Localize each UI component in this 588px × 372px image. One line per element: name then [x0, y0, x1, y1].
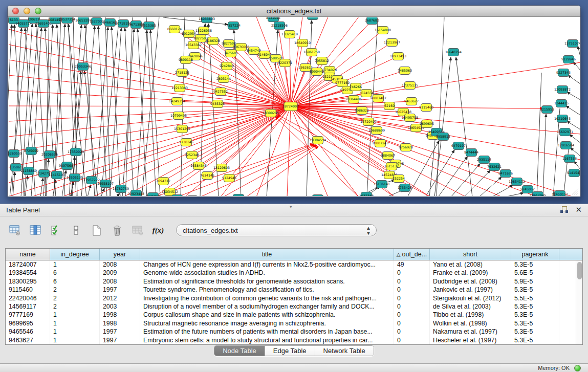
graph-node[interactable]: 10807487 [370, 95, 386, 102]
graph-node[interactable]: 9115460 [419, 104, 433, 112]
table-row[interactable]: 1938455462009Genome-wide association stu… [6, 269, 576, 277]
table-cell[interactable]: 1998 [100, 319, 140, 327]
table-cell[interactable]: 9115460 [6, 286, 50, 294]
graph-node[interactable]: 9699695 [420, 120, 434, 128]
table-cell[interactable]: Jankovic et al. (1997) [430, 286, 511, 294]
table-cell[interactable]: Embryonic stem cells: a model to study s… [140, 336, 394, 344]
table-row[interactable]: 977716911998Corpus callosum shape and si… [6, 311, 576, 319]
table-cell[interactable]: 5.3E-5 [511, 286, 559, 294]
citation-graph[interactable]: 1830029519384554866012489129541322605898… [8, 17, 580, 196]
table-cell[interactable]: 1 [50, 319, 100, 327]
scrollbar-thumb[interactable] [577, 262, 582, 279]
table-cell[interactable]: Changes of HCN gene expression and I(f) … [140, 260, 394, 269]
tab-network-table[interactable]: Network Table [315, 346, 374, 356]
table-cell[interactable]: 5.6E-5 [511, 269, 559, 277]
table-cell[interactable]: 5.3E-5 [511, 336, 559, 344]
graph-node[interactable]: 9141543 [567, 169, 580, 177]
table-cell[interactable]: 5.9E-5 [511, 277, 559, 286]
graph-node[interactable]: 12213383 [171, 84, 188, 92]
network-canvas[interactable]: 1830029519384554866012489129541322605898… [8, 17, 580, 196]
table-cell[interactable]: 5.3E-5 [511, 319, 559, 327]
graph-node[interactable]: 9671385 [129, 21, 143, 29]
graph-node[interactable]: 8990448 [310, 68, 324, 76]
column-header-out_de[interactable]: △out_de... [394, 249, 430, 260]
graph-node[interactable]: 3220371 [278, 59, 292, 67]
table-cell[interactable]: Genome-wide association studies in ADHD. [140, 269, 394, 277]
graph-node[interactable]: 11323408 [310, 195, 326, 196]
graph-node[interactable]: 9738345 [179, 139, 193, 146]
table-cell[interactable]: Dudbridge et al. (2008) [430, 277, 511, 286]
table-cell[interactable]: 6 [50, 269, 100, 277]
graph-node[interactable]: 12093872 [554, 86, 571, 94]
column-header-name[interactable]: name [6, 249, 50, 260]
graph-node[interactable]: 7634145 [200, 172, 214, 180]
graph-node[interactable]: 6479197 [451, 142, 466, 150]
graph-node[interactable]: 25218506 [271, 22, 288, 30]
table-cell[interactable]: 2008 [100, 277, 140, 286]
table-row[interactable]: 946554611997Estimation of the future num… [6, 327, 576, 336]
graph-node[interactable]: 8131054 [266, 17, 280, 22]
table-cell[interactable]: 0 [394, 311, 430, 319]
graph-node[interactable]: 9777169 [335, 79, 350, 87]
graph-node[interactable]: 62160 [384, 102, 395, 110]
graph-node[interactable]: 8725059 [24, 147, 38, 155]
table-cell[interactable]: 0 [394, 269, 430, 277]
graph-node[interactable]: 7485063 [398, 67, 412, 75]
table-cell[interactable]: Hescheler et al. (1997) [430, 336, 511, 344]
table-cell[interactable]: 2 [50, 286, 100, 294]
graph-node[interactable]: 18313404 [304, 17, 321, 20]
table-cell[interactable]: Franke et al. (2009) [430, 269, 511, 277]
table-cell[interactable]: Stergiakouli et al. (2012) [430, 294, 511, 302]
table-cell[interactable]: 2003 [100, 302, 140, 311]
table-cell[interactable]: Yano et al. (2008) [430, 260, 511, 269]
table-source-select[interactable]: citations_edges.txt ▲▼ [176, 224, 377, 236]
table-cell[interactable]: 1 [50, 327, 100, 336]
table-cell[interactable]: Tourette syndrome. Phenomenology and cla… [140, 286, 394, 294]
table-cell[interactable]: 2008 [100, 260, 140, 269]
graph-node[interactable]: 16210643 [554, 115, 571, 123]
table-cell[interactable]: de Silva et al. (2003) [430, 302, 511, 311]
table-row[interactable]: 946362711997Embryonic stem cells: a mode… [6, 336, 576, 344]
graph-node[interactable]: 2718126 [175, 69, 189, 77]
memory-ok-indicator-icon[interactable] [574, 365, 581, 371]
graph-node[interactable]: 20537354 [59, 17, 75, 24]
graph-node[interactable]: 9890118 [179, 56, 193, 64]
graph-node[interactable]: 17016504 [558, 142, 574, 149]
graph-node[interactable]: 10799435 [170, 112, 187, 120]
table-cell[interactable]: 1 [50, 311, 100, 319]
graph-node[interactable]: 18724007 [282, 102, 299, 111]
graph-node[interactable]: 7632621 [487, 163, 502, 171]
delete-table-icon[interactable] [131, 224, 144, 237]
graph-node[interactable]: 2687682 [365, 17, 379, 25]
graph-node[interactable]: 7955812 [315, 57, 329, 65]
table-cell[interactable]: 22420046 [6, 294, 50, 302]
graph-node[interactable]: 15751074 [564, 40, 580, 48]
table-cell[interactable]: 9699695 [6, 319, 50, 327]
graph-node[interactable]: 1244415 [554, 100, 569, 107]
graph-node[interactable]: 7094312 [156, 178, 170, 185]
graph-node[interactable]: 9245012 [146, 193, 160, 196]
table-cell[interactable]: 5.3E-5 [511, 311, 559, 319]
table-row[interactable]: 1830029562008Estimation of significance … [6, 277, 576, 286]
table-cell[interactable]: 1 [50, 260, 100, 269]
table-cell[interactable]: Tibbo et al. (1998) [430, 311, 511, 319]
table-cell[interactable]: 5.3E-5 [511, 327, 559, 336]
table-row[interactable]: 911546021997Tourette syndrome. Phenomeno… [6, 286, 576, 294]
table-cell[interactable]: 49 [394, 260, 430, 269]
graph-node[interactable]: 16648794 [445, 49, 462, 56]
graph-node[interactable]: 1527002 [90, 18, 104, 26]
table-cell[interactable]: 2 [50, 294, 100, 302]
graph-node[interactable]: 18807243 [372, 140, 388, 147]
graph-node[interactable]: 465123 [232, 194, 245, 196]
function-builder-icon[interactable]: f(x) [151, 224, 165, 237]
graph-node[interactable]: 13226058 [195, 27, 212, 35]
table-cell[interactable]: 19384554 [6, 269, 50, 277]
graph-node[interactable]: 8958913 [436, 133, 450, 141]
table-cell[interactable]: Investigating the contribution of common… [140, 294, 394, 302]
graph-node[interactable]: 2935114 [477, 156, 491, 164]
graph-node[interactable]: 10654112 [509, 178, 525, 186]
table-cell[interactable]: 5.3E-5 [511, 260, 559, 269]
graph-node[interactable]: 252254 [393, 175, 405, 183]
column-header-pagerank[interactable]: pagerank [511, 249, 559, 260]
delete-column-icon[interactable] [111, 224, 124, 237]
